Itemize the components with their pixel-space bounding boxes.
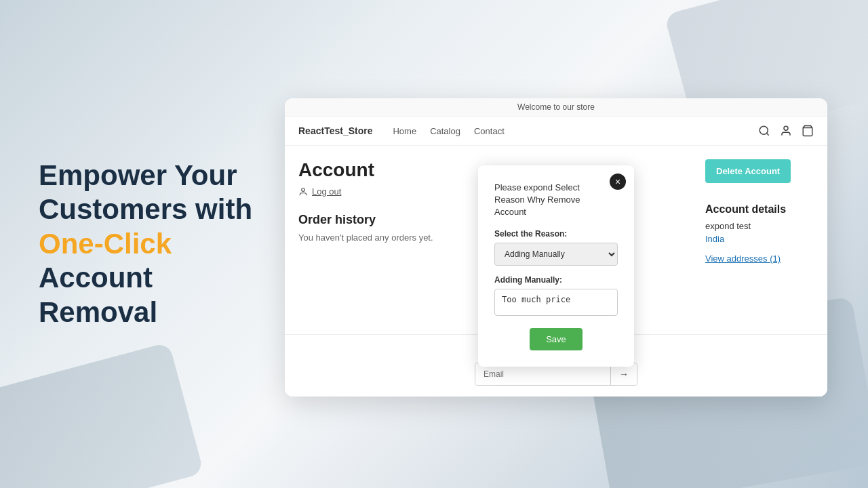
store-logo: ReactTest_Store: [298, 125, 372, 136]
bg-shape-bottom-left: [0, 342, 204, 488]
marketing-heading: Empower Your Customers with One-Click Ac…: [39, 159, 283, 329]
svg-point-0: [760, 126, 768, 134]
marketing-line2: Customers with: [39, 193, 252, 225]
main-content: Account Log out Order history You haven'…: [285, 146, 827, 386]
select-reason-label: Select the Reason:: [494, 229, 618, 239]
nav-home[interactable]: Home: [393, 126, 416, 136]
nav-links: Home Catalog Contact: [393, 126, 758, 136]
nav-contact[interactable]: Contact: [474, 126, 505, 136]
store-banner-text: Welcome to our store: [517, 102, 595, 112]
modal-save-button[interactable]: Save: [530, 328, 583, 350]
store-banner: Welcome to our store: [285, 98, 827, 117]
cart-icon[interactable]: [802, 125, 814, 137]
svg-point-1: [784, 126, 788, 130]
marketing-line4: Removal: [39, 296, 157, 328]
reason-select[interactable]: Adding Manually Too expensive Bad servic…: [494, 243, 618, 266]
modal: × Please expond Select Reason Why Remove…: [478, 165, 634, 367]
close-icon: ×: [615, 177, 620, 186]
modal-title: Please expond Select Reason Why Remove A…: [494, 182, 618, 219]
user-icon[interactable]: [780, 125, 792, 137]
modal-overlay: × Please expond Select Reason Why Remove…: [285, 146, 827, 386]
browser-window: Welcome to our store ReactTest_Store Hom…: [285, 98, 827, 396]
marketing-panel: Empower Your Customers with One-Click Ac…: [39, 159, 283, 329]
search-icon[interactable]: [758, 125, 770, 137]
modal-close-button[interactable]: ×: [610, 174, 626, 190]
reason-textarea[interactable]: Too much price: [494, 289, 618, 316]
store-nav: ReactTest_Store Home Catalog Contact: [285, 117, 827, 146]
nav-catalog[interactable]: Catalog: [430, 126, 460, 136]
textarea-label: Adding Manually:: [494, 275, 618, 285]
nav-icons: [758, 125, 814, 137]
marketing-line1: Empower Your: [39, 159, 237, 191]
marketing-highlight: One-Click: [39, 228, 172, 260]
marketing-line3: Account: [39, 262, 153, 293]
